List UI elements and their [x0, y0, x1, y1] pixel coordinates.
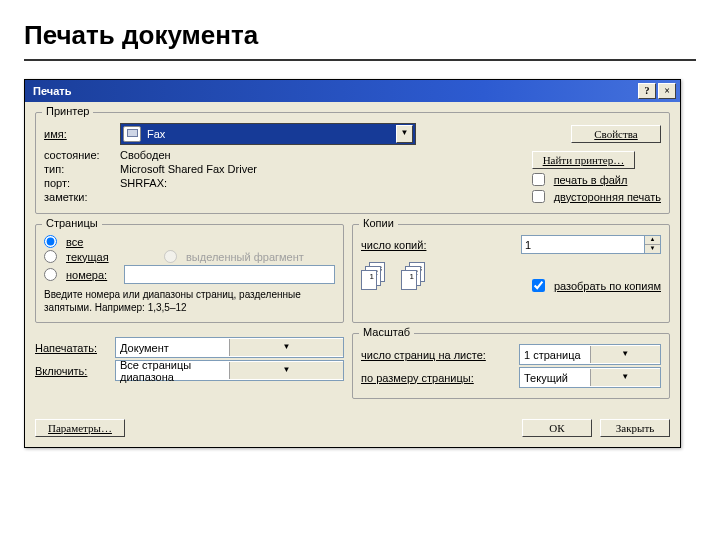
- per-sheet-select[interactable]: 1 страница▼: [519, 344, 661, 365]
- port-label: порт:: [44, 177, 120, 189]
- properties-button[interactable]: Свойства: [571, 125, 661, 143]
- chevron-down-icon: ▼: [229, 339, 343, 356]
- pages-numbers-radio[interactable]: [44, 268, 57, 281]
- chevron-down-icon: ▼: [229, 362, 343, 379]
- pages-numbers-label: номера:: [66, 269, 107, 281]
- pages-current-label: текущая: [66, 251, 109, 263]
- pages-selection-radio: [164, 250, 177, 263]
- per-sheet-label: число страниц на листе:: [361, 349, 486, 361]
- copies-group: Копии число копий: 1 ▲▼ 321 321: [352, 224, 670, 323]
- chevron-down-icon: ▼: [396, 125, 413, 143]
- pages-all-label: все: [66, 236, 83, 248]
- fit-select[interactable]: Текущий▼: [519, 367, 661, 388]
- fit-label: по размеру страницы:: [361, 372, 474, 384]
- pages-legend: Страницы: [42, 217, 102, 229]
- collate-checkbox[interactable]: [532, 279, 545, 292]
- pages-selection-label: выделенный фрагмент: [186, 251, 304, 263]
- collate-icon: 321: [401, 262, 425, 292]
- pages-hint: Введите номера или диапазоны страниц, ра…: [44, 288, 335, 314]
- scale-legend: Масштаб: [359, 326, 414, 338]
- name-label: имя:: [44, 128, 120, 140]
- type-label: тип:: [44, 163, 120, 175]
- pages-numbers-row[interactable]: номера:: [44, 268, 124, 281]
- dialog-title: Печать: [33, 85, 71, 97]
- per-sheet-value: 1 страница: [520, 349, 590, 361]
- collate-row[interactable]: разобрать по копиям: [532, 279, 661, 292]
- chevron-down-icon: ▼: [590, 346, 661, 363]
- find-printer-button[interactable]: Найти принтер…: [532, 151, 636, 169]
- pages-all-radio[interactable]: [44, 235, 57, 248]
- include-value: Все страницы диапазона: [116, 359, 229, 383]
- close-dialog-button[interactable]: Закрыть: [600, 419, 670, 437]
- titlebar: Печать ? ×: [25, 80, 680, 102]
- notes-label: заметки:: [44, 191, 120, 203]
- dialog-footer: Параметры… ОК Закрыть: [25, 415, 680, 447]
- type-value: Microsoft Shared Fax Driver: [120, 163, 257, 175]
- pages-all-row[interactable]: все: [44, 235, 164, 248]
- copies-legend: Копии: [359, 217, 398, 229]
- include-label: Включить:: [35, 365, 115, 377]
- collate-icon: 321: [361, 262, 385, 292]
- state-value: Свободен: [120, 149, 171, 161]
- port-value: SHRFAX:: [120, 177, 167, 189]
- pages-current-radio[interactable]: [44, 250, 57, 263]
- scale-group: Масштаб число страниц на листе: 1 страни…: [352, 333, 670, 399]
- spin-up-icon[interactable]: ▲: [645, 236, 660, 245]
- copies-count-spinner[interactable]: 1 ▲▼: [521, 235, 661, 254]
- collate-label: разобрать по копиям: [554, 280, 661, 292]
- print-to-file-label: печать в файл: [554, 174, 628, 186]
- pages-group: Страницы все текущая: [35, 224, 344, 323]
- ok-button[interactable]: ОК: [522, 419, 592, 437]
- printer-name-value: Fax: [147, 128, 165, 140]
- print-to-file-checkbox[interactable]: [532, 173, 545, 186]
- help-button[interactable]: ?: [638, 83, 656, 99]
- printer-group: Принтер имя: Fax ▼ Свойства состояние:Св…: [35, 112, 670, 214]
- fit-value: Текущий: [520, 372, 590, 384]
- copies-count-value: 1: [525, 239, 531, 251]
- printer-icon: [123, 126, 141, 142]
- duplex-label: двусторонняя печать: [554, 191, 661, 203]
- pages-current-row[interactable]: текущая: [44, 250, 164, 263]
- duplex-checkbox[interactable]: [532, 190, 545, 203]
- print-what-value: Документ: [116, 342, 229, 354]
- printer-name-select[interactable]: Fax ▼: [120, 123, 416, 145]
- slide-title: Печать документа: [24, 20, 696, 51]
- print-what-select[interactable]: Документ▼: [115, 337, 344, 358]
- spin-down-icon[interactable]: ▼: [645, 245, 660, 253]
- state-label: состояние:: [44, 149, 120, 161]
- duplex-row[interactable]: двусторонняя печать: [532, 190, 661, 203]
- chevron-down-icon: ▼: [590, 369, 661, 386]
- include-select[interactable]: Все страницы диапазона▼: [115, 360, 344, 381]
- close-button[interactable]: ×: [658, 83, 676, 99]
- options-button[interactable]: Параметры…: [35, 419, 125, 437]
- print-to-file-row[interactable]: печать в файл: [532, 173, 628, 186]
- print-what-label: Напечатать:: [35, 342, 115, 354]
- copies-count-label: число копий:: [361, 239, 426, 251]
- printer-legend: Принтер: [42, 105, 93, 117]
- pages-numbers-input[interactable]: [124, 265, 335, 284]
- pages-selection-row: выделенный фрагмент: [164, 250, 304, 263]
- print-dialog: Печать ? × Принтер имя: Fax ▼ Свойства: [24, 79, 681, 448]
- title-rule: [24, 59, 696, 61]
